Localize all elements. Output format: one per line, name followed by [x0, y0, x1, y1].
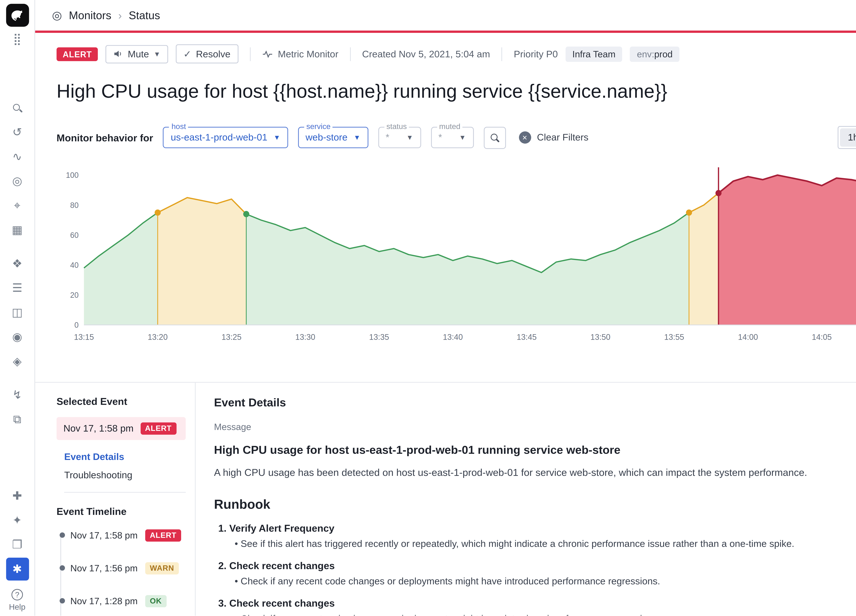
ci-pipelines-icon[interactable]: ⧉ — [6, 408, 29, 431]
containers-icon[interactable]: ◫ — [6, 301, 29, 324]
svg-text:40: 40 — [70, 261, 79, 269]
event-tabs: Event Details Troubleshooting — [64, 451, 186, 492]
help-button[interactable]: ? Help — [9, 589, 25, 611]
status-badge: ALERT — [57, 47, 98, 61]
chevron-down-icon: ▼ — [459, 134, 466, 141]
resolve-button[interactable]: ✓ Resolve — [176, 44, 238, 63]
svg-text:14:00: 14:00 — [738, 332, 758, 341]
svg-text:13:15: 13:15 — [74, 332, 94, 341]
svg-text:13:40: 13:40 — [443, 332, 463, 341]
time-range-picker[interactable]: 1h Nov 17, 2024, 1:15 pm – Nov 17, 2024,… — [838, 126, 856, 149]
help-icon: ? — [11, 589, 23, 601]
event-details-heading: Event Details — [214, 395, 856, 408]
event-details-panel: Event Details Message High CPU usage for… — [196, 382, 856, 616]
datadog-dog-icon — [10, 8, 25, 23]
breadcrumb-separator-icon: › — [118, 9, 122, 22]
env-tag[interactable]: env:prod — [630, 46, 679, 61]
timeline-event[interactable]: Nov 17, 1:28 pm OK — [58, 594, 186, 607]
notebooks-icon[interactable]: ❐ — [6, 533, 29, 556]
synthetics-icon[interactable]: ↯ — [6, 384, 29, 406]
svg-text:13:55: 13:55 — [664, 332, 684, 341]
chevron-down-icon: ▼ — [406, 134, 413, 141]
svg-text:13:30: 13:30 — [295, 332, 316, 341]
runbook-item: Verify Alert Frequency See if this alert… — [229, 522, 856, 549]
svg-text:13:45: 13:45 — [517, 332, 537, 341]
runbook-item: Check recent changes Check if any recent… — [229, 559, 856, 586]
event-sidebar: Selected Event Nov 17, 1:58 pm ALERT Eve… — [57, 382, 196, 616]
check-icon: ✓ — [183, 48, 191, 60]
svg-text:13:35: 13:35 — [369, 332, 389, 341]
selected-event-badge: ALERT — [140, 422, 176, 434]
security-icon[interactable]: ◈ — [6, 350, 29, 373]
monitors-product-icon: ◎ — [52, 8, 62, 22]
bits-ai-icon[interactable]: ✱ — [6, 558, 29, 581]
message-body: A high CPU usage has been detected on ho… — [214, 466, 856, 478]
time-preset-chip[interactable]: 1h — [840, 128, 856, 147]
filter-search-button[interactable] — [483, 126, 505, 149]
timeline-status-badge: ALERT — [145, 529, 181, 541]
monitor-status-bar: ALERT Mute ▼ ✓ Resolve Metric Monitor Cr… — [57, 44, 856, 63]
timeline-event[interactable]: Nov 17, 1:56 pm WARN — [58, 562, 186, 574]
timeline-dot-icon — [60, 598, 65, 604]
mute-button[interactable]: Mute ▼ — [106, 45, 168, 63]
svg-text:80: 80 — [70, 201, 79, 210]
runbook-heading: Runbook — [214, 497, 856, 512]
filter-bar-label: Monitor behavior for — [57, 132, 153, 143]
alert-status-strip — [35, 31, 856, 33]
integrations-icon[interactable]: ✚ — [6, 484, 29, 507]
clear-filters-button[interactable]: × Clear Filters — [519, 131, 588, 144]
sidebar-nav: ↺ ∿ ◎ ⌖ ▦ ❖ ☰ ◫ ◉ ◈ ↯ ⧉ — [6, 95, 29, 432]
monitor-type: Metric Monitor — [262, 48, 338, 59]
divider — [249, 47, 250, 61]
app-root: ⣿ ↺ ∿ ◎ ⌖ ▦ ❖ ☰ ◫ ◉ ◈ ↯ ⧉ ✚ ✦ ❐ ✱ ? Help — [0, 0, 856, 616]
datadog-logo[interactable] — [6, 4, 29, 27]
service-filter-dropdown[interactable]: service web-store ▼ — [298, 127, 368, 148]
tab-troubleshooting[interactable]: Troubleshooting — [64, 469, 186, 480]
monitors-icon[interactable]: ◎ — [6, 170, 29, 192]
app-sidebar: ⣿ ↺ ∿ ◎ ⌖ ▦ ❖ ☰ ◫ ◉ ◈ ↯ ⧉ ✚ ✦ ❐ ✱ ? Help — [0, 0, 35, 616]
svg-text:14:05: 14:05 — [812, 332, 832, 341]
event-timeline-heading: Event Timeline — [57, 505, 186, 517]
timeline-status-badge: WARN — [145, 562, 179, 574]
search-icon[interactable] — [6, 96, 29, 119]
watchdog-icon[interactable]: ⌖ — [6, 194, 29, 217]
created-date: Created Nov 5, 2021, 5:04 am — [362, 48, 490, 59]
divider — [502, 47, 502, 61]
metrics-icon[interactable]: ∿ — [6, 145, 29, 168]
processes-icon[interactable]: ☰ — [6, 277, 29, 300]
monitor-status-chart[interactable]: 02040608010013:1513:2013:2513:3013:3513:… — [57, 166, 856, 366]
timeline-dot-icon — [60, 565, 65, 571]
apm-icon[interactable]: ◉ — [6, 326, 29, 349]
message-label: Message — [214, 421, 856, 432]
dashboards-icon[interactable]: ▦ — [6, 218, 29, 241]
runbook-note: See if this alert has triggered recently… — [229, 538, 856, 549]
tab-event-details[interactable]: Event Details — [64, 451, 186, 462]
svg-text:0: 0 — [74, 321, 79, 330]
breadcrumb-section[interactable]: Monitors — [69, 9, 111, 22]
muted-filter-dropdown[interactable]: muted * ▼ — [431, 127, 474, 148]
timeline-status-badge: OK — [145, 594, 166, 607]
svg-text:13:25: 13:25 — [222, 332, 242, 341]
breadcrumb-page: Status — [129, 9, 160, 22]
svg-text:13:50: 13:50 — [590, 332, 611, 341]
host-filter-dropdown[interactable]: host us-east-1-prod-web-01 ▼ — [163, 127, 288, 148]
team-tag[interactable]: Infra Team — [565, 46, 622, 61]
infrastructure-icon[interactable]: ❖ — [6, 252, 29, 275]
ai-sparkle-icon[interactable]: ✦ — [6, 509, 29, 532]
priority-label: Priority P0 — [514, 48, 558, 59]
status-filter-dropdown[interactable]: status * ▼ — [378, 127, 421, 148]
runbook-note: Check if any recent code changes or depl… — [229, 576, 856, 587]
timeline-event[interactable]: Nov 17, 1:58 pm ALERT — [58, 529, 186, 541]
runbook-list: Verify Alert Frequency See if this alert… — [214, 522, 856, 616]
timeline-dot-icon — [60, 533, 65, 538]
history-icon[interactable]: ↺ — [6, 121, 29, 144]
message-title: High CPU usage for host us-east-1-prod-w… — [214, 442, 856, 456]
help-label: Help — [9, 602, 25, 611]
selected-event-row[interactable]: Nov 17, 1:58 pm ALERT — [57, 417, 186, 439]
apps-grid-icon[interactable]: ⣿ — [6, 28, 29, 51]
runbook-item: Check recent changes Check if any recent… — [229, 597, 856, 616]
close-circle-icon: × — [519, 131, 531, 144]
runbook-note: Check if any recent code changes or depl… — [229, 613, 856, 616]
chevron-down-icon: ▼ — [154, 50, 160, 58]
sidebar-bottom: ✚ ✦ ❐ ✱ ? Help — [6, 484, 29, 616]
